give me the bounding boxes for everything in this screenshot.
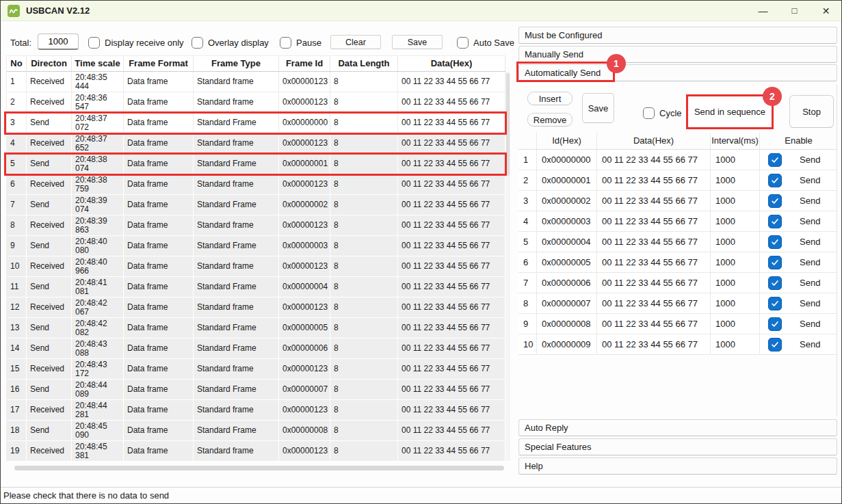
scrollbar-thumb[interactable] <box>506 73 510 176</box>
send-row-7[interactable]: 70x0000000600 11 22 33 44 55 66 771000Se… <box>518 273 837 293</box>
send-row-4[interactable]: 40x0000000300 11 22 33 44 55 66 771000Se… <box>518 211 837 232</box>
checkbox-icon[interactable] <box>88 37 100 49</box>
receive-row-13[interactable]: 13Send20:48:42082Data frameStandard Fram… <box>7 318 505 339</box>
save-button[interactable]: Save <box>392 35 443 49</box>
cell-row-number: 7 <box>518 273 537 293</box>
receive-row-15[interactable]: 15Received20:48:43172Data frameStandard … <box>7 359 505 380</box>
receive-row-14[interactable]: 14Send20:48:43088Data frameStandard Fram… <box>7 339 505 359</box>
enable-checkbox-checked-icon[interactable] <box>768 215 782 228</box>
cell-direction: Received <box>27 400 72 420</box>
send-row-action[interactable]: Send <box>800 293 820 313</box>
column-header-data-hex[interactable]: Data(Hex) <box>597 133 711 149</box>
column-header-frame-id[interactable]: Frame Id <box>279 56 330 71</box>
receive-row-19[interactable]: 19Received20:48:45381Data frameStandard … <box>7 441 505 462</box>
receive-row-1[interactable]: 1Received20:48:35444Data frameStandard f… <box>7 72 505 92</box>
section-auto-reply[interactable]: Auto Reply <box>518 419 837 436</box>
send-row-1[interactable]: 10x0000000000 11 22 33 44 55 66 771000Se… <box>518 150 837 170</box>
send-row-action[interactable]: Send <box>800 314 820 334</box>
receive-row-6[interactable]: 6Received20:48:38759Data frameStandard f… <box>7 174 505 195</box>
column-header-direction[interactable]: Directon <box>27 56 72 71</box>
enable-checkbox-checked-icon[interactable] <box>768 276 782 290</box>
section-automatically-send[interactable]: Automatically Send <box>518 64 837 81</box>
send-row-10[interactable]: 100x0000000900 11 22 33 44 55 66 771000S… <box>518 334 837 355</box>
enable-checkbox-checked-icon[interactable] <box>768 297 782 310</box>
cell-time-scale: 20:48:45090 <box>72 421 124 440</box>
send-row-action[interactable]: Send <box>800 170 820 190</box>
receive-row-11[interactable]: 11Send20:48:41081Data frameStandard Fram… <box>7 277 505 297</box>
send-row-action[interactable]: Send <box>800 252 820 272</box>
receive-row-10[interactable]: 10Received20:48:40966Data frameStandard … <box>7 256 505 277</box>
display-receive-only-checkbox[interactable]: Display receive only <box>88 36 184 49</box>
enable-checkbox-checked-icon[interactable] <box>768 194 782 208</box>
stop-button[interactable]: Stop <box>789 95 834 128</box>
receive-row-9[interactable]: 9Send20:48:40080Data frameStandard Frame… <box>7 236 505 256</box>
clear-button[interactable]: Clear <box>330 35 381 49</box>
remove-button[interactable]: Remove <box>527 113 573 127</box>
scrollbar-thumb[interactable] <box>14 466 504 470</box>
pause-checkbox[interactable]: Pause <box>280 36 321 49</box>
enable-checkbox-checked-icon[interactable] <box>768 256 782 269</box>
checkbox-icon[interactable] <box>643 107 655 119</box>
receive-row-4[interactable]: 4Received20:48:37652Data frameStandard f… <box>7 133 505 154</box>
checkbox-icon[interactable] <box>192 37 203 49</box>
cycle-checkbox[interactable]: Cycle <box>643 107 682 119</box>
column-header-data-length[interactable]: Data Length <box>330 56 398 71</box>
receive-row-8[interactable]: 8Received20:48:39863Data frameStandard f… <box>7 215 505 236</box>
column-header-data-hex[interactable]: Data(Hex) <box>398 56 505 71</box>
send-row-action[interactable]: Send <box>800 150 820 170</box>
enable-checkbox-checked-icon[interactable] <box>768 338 782 352</box>
column-header-no[interactable]: No <box>7 56 27 71</box>
column-header-frame-format[interactable]: Frame Format <box>124 56 194 71</box>
close-icon[interactable]: ✕ <box>811 1 841 21</box>
section-special-features[interactable]: Special Features <box>518 438 837 455</box>
cell-data-hex: 00 11 22 33 44 55 66 77 <box>398 441 505 461</box>
vertical-scrollbar[interactable] <box>505 72 510 461</box>
horizontal-scrollbar[interactable] <box>6 465 510 471</box>
column-header-enable[interactable]: Enable <box>760 133 837 149</box>
cell-frame-format: Data frame <box>124 215 194 235</box>
receive-row-18[interactable]: 18Send20:48:45090Data frameStandard Fram… <box>7 421 505 441</box>
minimize-icon[interactable]: — <box>748 1 778 21</box>
cell-data-hex: 00 11 22 33 44 55 66 77 <box>597 211 711 231</box>
column-header-id-hex[interactable]: Id(Hex) <box>537 133 597 149</box>
send-row-9[interactable]: 90x0000000800 11 22 33 44 55 66 771000Se… <box>518 314 837 334</box>
send-row-action[interactable]: Send <box>800 232 820 252</box>
section-manually-send[interactable]: Manually Send <box>518 46 837 63</box>
section-help[interactable]: Help <box>518 457 837 475</box>
column-header-interval[interactable]: Interval(ms) <box>711 133 760 149</box>
receive-row-5[interactable]: 5Send20:48:38074Data frameStandard Frame… <box>7 154 505 174</box>
auto-save-checkbox[interactable]: Auto Save <box>457 36 514 49</box>
receive-row-17[interactable]: 17Received20:48:44281Data frameStandard … <box>7 400 505 421</box>
checkbox-icon[interactable] <box>457 37 469 49</box>
receive-row-2[interactable]: 2Received20:48:36547Data frameStandard f… <box>7 92 505 113</box>
enable-checkbox-checked-icon[interactable] <box>768 153 782 167</box>
receive-row-12[interactable]: 12Received20:48:42067Data frameStandard … <box>7 297 505 318</box>
send-row-6[interactable]: 60x0000000500 11 22 33 44 55 66 771000Se… <box>518 252 837 273</box>
send-row-action[interactable]: Send <box>800 334 820 354</box>
enable-checkbox-checked-icon[interactable] <box>768 235 782 249</box>
send-row-3[interactable]: 30x0000000200 11 22 33 44 55 66 771000Se… <box>518 191 837 211</box>
save-frames-button[interactable]: Save <box>582 93 614 123</box>
send-row-action[interactable]: Send <box>800 191 820 211</box>
cell-time-scale: 20:48:39074 <box>72 195 124 215</box>
send-row-8[interactable]: 80x0000000700 11 22 33 44 55 66 771000Se… <box>518 293 837 314</box>
overlay-display-checkbox[interactable]: Overlay display <box>192 36 269 49</box>
send-row-5[interactable]: 50x0000000400 11 22 33 44 55 66 771000Se… <box>518 232 837 252</box>
column-header-frame-type[interactable]: Frame Type <box>194 56 279 71</box>
send-row-action[interactable]: Send <box>800 211 820 231</box>
send-row-action[interactable]: Send <box>800 273 820 293</box>
send-row-2[interactable]: 20x0000000100 11 22 33 44 55 66 771000Se… <box>518 170 837 191</box>
receive-row-7[interactable]: 7Send20:48:39074Data frameStandard Frame… <box>7 195 505 215</box>
checkbox-icon[interactable] <box>280 37 291 49</box>
enable-checkbox-checked-icon[interactable] <box>768 317 782 331</box>
send-table-header: Id(Hex) Data(Hex) Interval(ms) Enable <box>518 133 837 150</box>
total-input[interactable] <box>38 34 79 50</box>
receive-row-3[interactable]: 3Send20:48:37072Data frameStandard Frame… <box>7 113 505 133</box>
enable-checkbox-checked-icon[interactable] <box>768 174 782 187</box>
send-in-sequence-button[interactable]: Send in sequence <box>689 96 771 127</box>
section-must-be-configured[interactable]: Must be Configured <box>518 27 837 44</box>
column-header-time-scale[interactable]: Time scale <box>72 56 124 71</box>
insert-button[interactable]: Insert <box>527 92 573 105</box>
maximize-icon[interactable]: □ <box>779 1 810 21</box>
receive-row-16[interactable]: 16Send20:48:44089Data frameStandard Fram… <box>7 380 505 400</box>
